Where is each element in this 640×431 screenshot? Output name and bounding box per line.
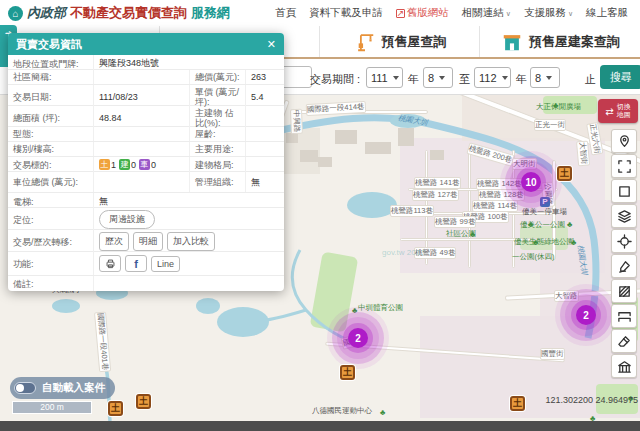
land-marker[interactable]: 土 xyxy=(136,394,151,409)
field-label: 建物格局: xyxy=(190,157,246,172)
nav-support[interactable]: 支援服務∨ xyxy=(524,6,573,20)
auto-load-toggle[interactable]: 自動載入案件 xyxy=(10,377,115,399)
eraser-button[interactable] xyxy=(611,329,637,353)
fit-extent-button[interactable] xyxy=(611,154,637,178)
field-label: 定位: xyxy=(8,208,94,231)
add-compare-button[interactable]: 加入比較 xyxy=(167,232,215,251)
top-nav: 首頁 資料下載及申請 ↗舊版網站 相關連結∨ 支援服務∨ 線上客服 xyxy=(275,6,640,20)
parking-tag-icon: 車 xyxy=(139,159,150,170)
locate-button[interactable] xyxy=(611,229,637,253)
nearby-facilities-button[interactable]: 周邊設施 xyxy=(99,210,155,229)
deal-target-icons: 土1 建0 車0 xyxy=(94,157,190,172)
tab-presale-project-query[interactable]: 預售屋建案查詢 xyxy=(480,26,640,57)
field-value xyxy=(246,142,284,156)
tree-icon: ♣ xyxy=(571,238,576,247)
map-label: 桃鶯路 127巷 xyxy=(412,189,459,201)
map-label: 大智街 xyxy=(576,140,590,165)
detail-button[interactable]: 明細 xyxy=(133,232,163,251)
draw-tool-button[interactable] xyxy=(611,254,637,278)
tree-icon: ♣ xyxy=(533,238,538,247)
year-unit-label: 年 xyxy=(408,72,419,87)
cluster-marker[interactable]: 10 xyxy=(521,172,541,192)
hatch-square-icon xyxy=(617,284,632,299)
year-from-select[interactable]: 111 xyxy=(366,67,403,88)
field-value xyxy=(246,127,284,141)
rect-select-button[interactable] xyxy=(611,179,637,203)
landmark-button[interactable] xyxy=(611,354,637,378)
year-to-select[interactable]: 112 xyxy=(474,67,511,88)
land-marker[interactable]: 土 xyxy=(340,365,355,380)
close-icon[interactable]: ✕ xyxy=(267,38,276,51)
period-label: 交易期間 : xyxy=(310,72,360,87)
app-window: ⌂ 內政部 不動產交易實價查詢 服務網 首頁 資料下載及申請 ↗舊版網站 相關連… xyxy=(0,0,640,431)
field-value xyxy=(94,172,190,192)
site-logo[interactable]: ⌂ 內政部 不動產交易實價查詢 服務網 xyxy=(0,4,230,22)
line-share-button[interactable]: Line xyxy=(151,256,180,272)
facebook-share-button[interactable]: f xyxy=(125,255,147,272)
field-label: 車位總價 (萬元): xyxy=(8,172,94,192)
measure-button[interactable] xyxy=(611,304,637,328)
chevron-down-icon xyxy=(393,76,399,80)
field-value xyxy=(94,127,190,141)
auto-load-label: 自動載入案件 xyxy=(42,381,105,395)
field-label: 社區簡稱: xyxy=(8,70,94,84)
poi-pin-tool-button[interactable] xyxy=(611,129,637,153)
print-button[interactable] xyxy=(99,255,121,272)
logo-main-text: 不動產交易實價查詢 xyxy=(70,4,187,22)
logo-house-icon: ⌂ xyxy=(8,6,23,21)
tree-icon: ♣ xyxy=(352,306,357,315)
external-link-icon: ↗ xyxy=(396,9,405,18)
map-label: 優美公一公園 xyxy=(520,220,565,230)
land-tag-icon: 土 xyxy=(99,159,110,170)
logo-gov-text: 內政部 xyxy=(27,4,66,22)
nav-legacy-site[interactable]: ↗舊版網站 xyxy=(396,6,449,20)
tree-icon: ♣ xyxy=(567,220,572,229)
cluster-marker[interactable]: 2 xyxy=(348,328,368,348)
end-label: 止 xyxy=(585,72,596,87)
nav-downloads[interactable]: 資料下載及申請 xyxy=(309,6,383,20)
field-label: 總價(萬元): xyxy=(190,70,246,84)
tree-icon: ♣ xyxy=(470,230,475,239)
building-tag-icon: 建 xyxy=(119,159,130,170)
map-switch-button[interactable]: ⇄ 切換地圖 xyxy=(598,99,638,123)
month-from-select[interactable]: 8 xyxy=(423,67,453,88)
map-label: 桃鶯路 141巷 xyxy=(414,177,461,189)
nav-related-links[interactable]: 相關連結∨ xyxy=(462,6,511,20)
field-value xyxy=(94,142,190,156)
month-to-select[interactable]: 8 xyxy=(530,67,560,88)
chevron-down-icon xyxy=(502,76,508,80)
layers-button[interactable] xyxy=(611,204,637,228)
nav-online-service[interactable]: 線上客服 xyxy=(586,6,628,20)
field-label: 樓別/樓高: xyxy=(8,142,94,156)
year-unit-label: 年 xyxy=(516,72,527,87)
field-label: 交易標的: xyxy=(8,157,94,172)
search-button[interactable]: 搜尋 xyxy=(600,65,640,89)
crosshair-icon xyxy=(617,234,632,249)
map-label: gov.tw 2022 xyxy=(382,248,425,257)
area-style-button[interactable] xyxy=(611,279,637,303)
footer-bar xyxy=(0,421,640,431)
chevron-down-icon: ∨ xyxy=(568,10,573,17)
map-label: 中圳體育公園 xyxy=(358,303,403,313)
history-button[interactable]: 歷次 xyxy=(99,232,129,251)
land-marker[interactable]: 土 xyxy=(557,166,572,181)
layers-icon xyxy=(617,209,632,224)
land-marker[interactable]: 土 xyxy=(108,401,123,416)
tab-presale-query[interactable]: 預售屋查詢 xyxy=(320,26,480,57)
field-label: 備註: xyxy=(8,276,94,291)
map-label: 一公園(休四) xyxy=(512,252,555,262)
map-pin-icon xyxy=(617,134,632,149)
nav-home[interactable]: 首頁 xyxy=(275,6,296,20)
map-label: 桃鶯路113巷 xyxy=(390,205,434,217)
tree-icon: ♣ xyxy=(553,101,558,110)
map-label: 八德國民運動中心 xyxy=(312,406,372,416)
parking-icon: P xyxy=(540,197,550,207)
popup-header: 買賣交易資訊 ✕ xyxy=(8,33,284,55)
chevron-down-icon xyxy=(546,76,552,80)
cluster-marker[interactable]: 2 xyxy=(576,305,596,325)
map-label: 優美生態綠地公園 xyxy=(514,237,574,247)
building-icon xyxy=(500,31,524,53)
expand-corners-icon xyxy=(617,159,632,174)
printer-icon xyxy=(105,258,116,269)
map-label: 中興路 xyxy=(290,109,303,134)
